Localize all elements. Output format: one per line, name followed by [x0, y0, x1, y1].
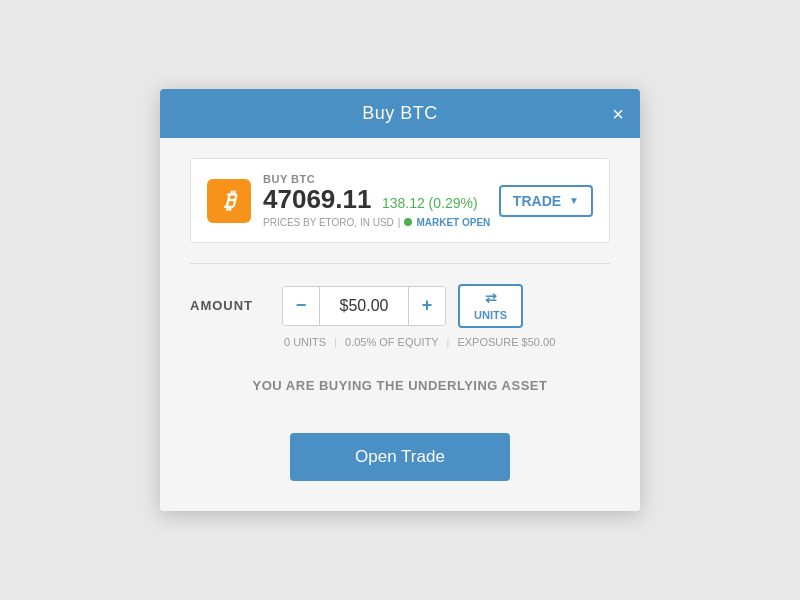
increase-button[interactable]: +	[409, 287, 445, 325]
close-button[interactable]: ×	[612, 104, 624, 124]
trade-dropdown-button[interactable]: TRADE ▼	[499, 185, 593, 217]
amount-label: AMOUNT	[190, 298, 270, 313]
meta-separator-1: |	[334, 336, 337, 348]
equity-percent: 0.05% OF EQUITY	[345, 336, 439, 348]
buy-btc-modal: Buy BTC × ₿ BUY BTC 47069.11 138.12 (0.2…	[160, 89, 640, 511]
units-label: UNITS	[474, 309, 507, 321]
divider	[190, 263, 610, 264]
swap-icon: ⇄	[485, 290, 497, 306]
asset-price-row: 47069.11 138.12 (0.29%)	[263, 185, 490, 214]
asset-details: BUY BTC 47069.11 138.12 (0.29%) PRICES B…	[263, 173, 490, 228]
amount-row: AMOUNT − + ⇄ UNITS	[190, 284, 610, 328]
price-source-text: PRICES BY ETORO, IN USD	[263, 217, 394, 228]
market-open-text: MARKET OPEN	[416, 217, 490, 228]
asset-left: ₿ BUY BTC 47069.11 138.12 (0.29%) PRICES…	[207, 173, 490, 228]
decrease-button[interactable]: −	[283, 287, 319, 325]
asset-info-card: ₿ BUY BTC 47069.11 138.12 (0.29%) PRICES…	[190, 158, 610, 243]
asset-price: 47069.11	[263, 184, 371, 214]
modal-body: ₿ BUY BTC 47069.11 138.12 (0.29%) PRICES…	[160, 138, 640, 511]
asset-change: 138.12 (0.29%)	[382, 195, 478, 211]
market-open-indicator	[404, 218, 412, 226]
amount-input[interactable]	[319, 287, 409, 325]
units-count: 0 UNITS	[284, 336, 326, 348]
modal-header: Buy BTC ×	[160, 89, 640, 138]
market-open-separator: |	[398, 217, 401, 228]
amount-meta: 0 UNITS | 0.05% OF EQUITY | EXPOSURE $50…	[284, 336, 610, 348]
exposure-value: EXPOSURE $50.00	[457, 336, 555, 348]
btc-icon: ₿	[207, 179, 251, 223]
open-trade-button[interactable]: Open Trade	[290, 433, 510, 481]
units-toggle-button[interactable]: ⇄ UNITS	[458, 284, 523, 328]
asset-source: PRICES BY ETORO, IN USD | MARKET OPEN	[263, 217, 490, 228]
chevron-down-icon: ▼	[569, 195, 579, 206]
btc-symbol: ₿	[224, 188, 235, 214]
amount-controls: − +	[282, 286, 446, 326]
meta-separator-2: |	[447, 336, 450, 348]
trade-dropdown-label: TRADE	[513, 193, 561, 209]
underlying-asset-message: YOU ARE BUYING THE UNDERLYING ASSET	[190, 378, 610, 393]
modal-title: Buy BTC	[362, 103, 438, 124]
